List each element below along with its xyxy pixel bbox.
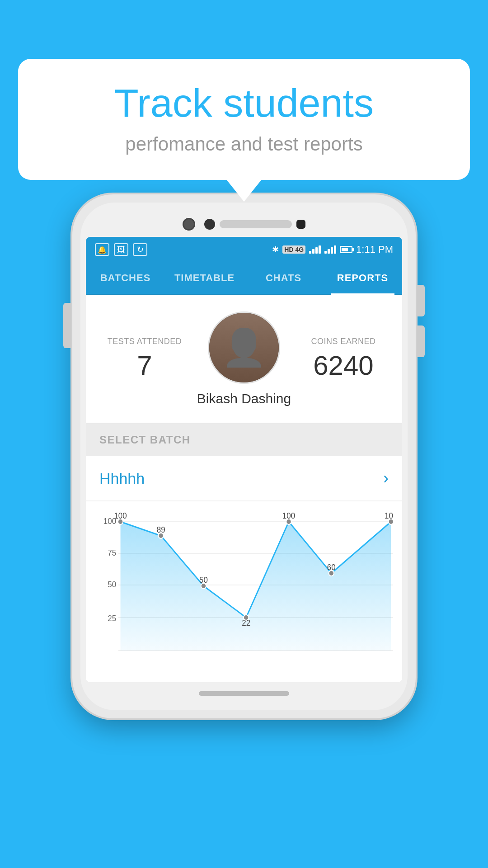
hd-badge: HD 4G	[282, 245, 305, 254]
phone-mockup: 🔔 🖼 ↻ ✱ HD 4G	[72, 194, 416, 718]
speaker	[220, 220, 292, 228]
phone-top-bar	[86, 208, 402, 237]
coins-earned-value: 6240	[298, 350, 389, 381]
bubble-subtitle: perfomance and test reports	[45, 133, 443, 155]
svg-text:60: 60	[327, 563, 336, 572]
status-icons-right: ✱ HD 4G	[272, 244, 393, 255]
notification-icon: 🔔	[95, 243, 109, 256]
signal-bars-1	[309, 245, 321, 254]
bluetooth-icon: ✱	[272, 245, 279, 255]
select-batch-bar: SELECT BATCH	[86, 424, 402, 456]
profile-name: Bikash Dashing	[197, 391, 291, 406]
home-indicator	[199, 691, 289, 696]
performance-chart: 100 75 50 25	[95, 510, 393, 682]
avatar-face	[209, 313, 279, 382]
coins-earned-label: COINS EARNED	[298, 337, 389, 346]
chart-section: 100 75 50 25	[86, 501, 402, 682]
phone-outer: 🔔 🖼 ↻ ✱ HD 4G	[72, 194, 416, 718]
phone-bottom	[86, 682, 402, 705]
svg-text:100: 100	[385, 511, 393, 521]
svg-text:25: 25	[108, 614, 116, 623]
tab-reports[interactable]: REPORTS	[323, 262, 402, 294]
avatar	[208, 311, 280, 384]
sync-icon: ↻	[133, 243, 147, 256]
batch-item[interactable]: Hhhhh ›	[86, 456, 402, 501]
phone-screen: 🔔 🖼 ↻ ✱ HD 4G	[86, 237, 402, 682]
status-time: 1:11 PM	[356, 244, 393, 255]
vol-down-button	[417, 326, 425, 357]
tab-timetable[interactable]: TIMETABLE	[165, 262, 244, 294]
image-icon: 🖼	[114, 243, 128, 256]
speech-bubble: Track students perfomance and test repor…	[18, 59, 470, 180]
svg-marker-9	[121, 522, 391, 651]
power-button	[63, 303, 71, 348]
status-icons-left: 🔔 🖼 ↻	[95, 243, 147, 256]
front-camera	[204, 219, 215, 230]
svg-text:50: 50	[199, 576, 208, 585]
camera	[183, 218, 195, 231]
nav-tabs: BATCHES TIMETABLE CHATS REPORTS	[86, 262, 402, 295]
tab-chats[interactable]: CHATS	[244, 262, 323, 294]
svg-text:89: 89	[157, 525, 165, 535]
svg-text:100: 100	[114, 511, 127, 521]
tests-attended-label: TESTS ATTENDED	[99, 337, 190, 346]
coins-earned-block: COINS EARNED 6240	[298, 337, 389, 381]
svg-text:22: 22	[242, 618, 250, 628]
profile-center: Bikash Dashing	[190, 311, 298, 406]
phone-inner: 🔔 🖼 ↻ ✱ HD 4G	[80, 203, 408, 710]
select-batch-label: SELECT BATCH	[99, 434, 389, 446]
tests-attended-value: 7	[99, 350, 190, 381]
batch-name: Hhhhh	[99, 470, 145, 487]
svg-text:50: 50	[108, 580, 116, 590]
bubble-title: Track students	[45, 81, 443, 125]
signal-bars-2	[324, 245, 336, 254]
svg-text:100: 100	[282, 511, 296, 521]
tab-batches[interactable]: BATCHES	[86, 262, 165, 294]
svg-text:75: 75	[108, 548, 116, 558]
vol-up-button	[417, 285, 425, 316]
chevron-right-icon: ›	[383, 469, 389, 488]
tests-attended-block: TESTS ATTENDED 7	[99, 337, 190, 381]
proximity-sensor	[296, 220, 305, 229]
battery-icon	[340, 246, 352, 253]
status-bar: 🔔 🖼 ↻ ✱ HD 4G	[86, 237, 402, 262]
profile-section: TESTS ATTENDED 7 Bikash Dashing COINS EA…	[86, 295, 402, 423]
